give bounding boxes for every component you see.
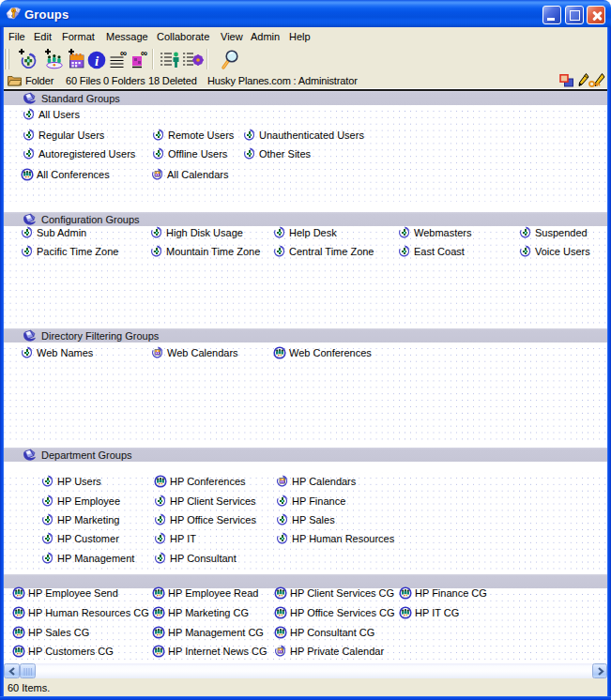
- svg-text:∞: ∞: [141, 48, 147, 58]
- svg-text:∞: ∞: [120, 48, 127, 58]
